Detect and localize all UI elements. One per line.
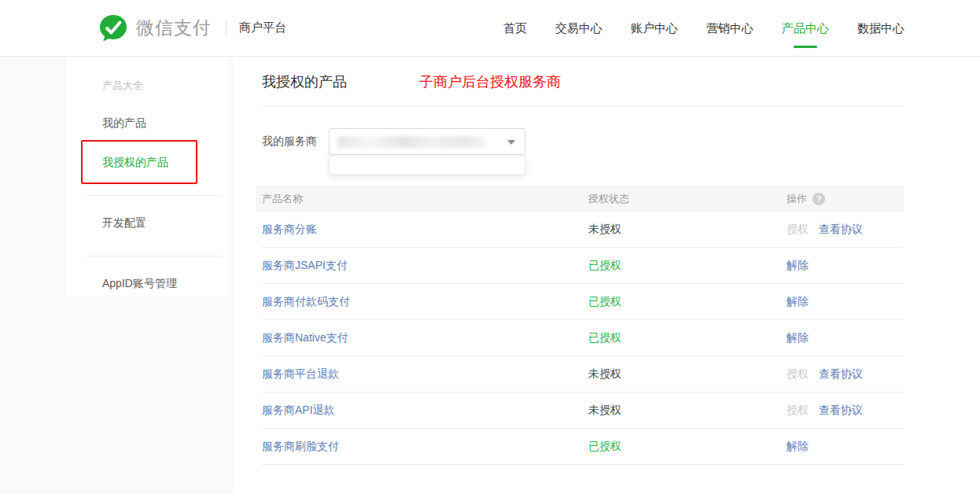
- action-cell: 解除: [787, 259, 904, 273]
- table-header: 产品名称 授权状态 操作 ?: [256, 186, 904, 212]
- action-cell: 授权查看协议: [787, 223, 904, 237]
- sidebar-section-label: 产品大全: [102, 79, 228, 93]
- column-header-product: 产品名称: [262, 192, 588, 206]
- revoke-link[interactable]: 解除: [787, 440, 809, 454]
- product-link[interactable]: 服务商API退款: [262, 404, 588, 418]
- portal-label: 商户平台: [239, 20, 286, 35]
- wechat-pay-logo-icon: [98, 13, 128, 43]
- status-text: 已授权: [588, 259, 787, 273]
- product-link[interactable]: 服务商Native支付: [262, 331, 588, 345]
- table-row: 服务商平台退款未授权授权查看协议: [262, 356, 904, 393]
- action-cell: 解除: [787, 331, 904, 345]
- status-text: 已授权: [588, 331, 787, 345]
- provider-dropdown: [329, 156, 525, 175]
- authorize-action-disabled: 授权: [787, 367, 809, 382]
- action-cell: 授权查看协议: [787, 404, 904, 418]
- product-link[interactable]: 服务商刷脸支付: [262, 440, 588, 454]
- nav-item-5[interactable]: 数据中心: [857, 0, 904, 57]
- help-icon[interactable]: ?: [812, 193, 825, 205]
- red-annotation-text: 子商户后台授权服务商: [419, 72, 561, 91]
- main-content: 我授权的产品 子商户后台授权服务商 我的服务商: [234, 57, 980, 494]
- revoke-link[interactable]: 解除: [787, 259, 809, 273]
- title-divider: [262, 106, 904, 107]
- table-row: 服务商付款码支付已授权解除: [262, 284, 904, 320]
- authorize-action-disabled: 授权: [787, 404, 809, 418]
- chevron-down-icon: [507, 140, 515, 145]
- action-cell: 解除: [787, 440, 904, 454]
- provider-select[interactable]: [329, 128, 525, 155]
- top-header: 微信支付 商户平台 首页交易中心账户中心营销中心产品中心数据中心: [0, 0, 980, 57]
- table-row: 服务商JSAPI支付已授权解除: [262, 248, 904, 284]
- nav-item-0[interactable]: 首页: [503, 0, 527, 57]
- brand-divider: [226, 20, 227, 37]
- product-link[interactable]: 服务商平台退款: [262, 367, 588, 382]
- page-title: 我授权的产品: [262, 72, 347, 91]
- product-link[interactable]: 服务商分账: [262, 223, 588, 237]
- table-row: 服务商分账未授权授权查看协议: [262, 212, 904, 248]
- sidebar: 产品大全 我的产品我授权的产品开发配置AppID账号管理: [67, 57, 228, 297]
- table-row: 服务商API退款未授权授权查看协议: [262, 393, 904, 429]
- revoke-link[interactable]: 解除: [787, 295, 809, 309]
- nav-item-4[interactable]: 产品中心: [782, 0, 829, 57]
- column-header-action: 操作: [787, 192, 807, 206]
- sidebar-item-2[interactable]: 开发配置: [102, 216, 146, 230]
- top-nav: 首页交易中心账户中心营销中心产品中心数据中心: [503, 0, 904, 57]
- view-agreement-link[interactable]: 查看协议: [819, 223, 863, 237]
- view-agreement-link[interactable]: 查看协议: [819, 367, 863, 382]
- column-header-status: 授权状态: [588, 192, 787, 206]
- provider-form-row: 我的服务商: [262, 128, 904, 155]
- authorize-action-disabled: 授权: [787, 223, 809, 237]
- nav-item-1[interactable]: 交易中心: [555, 0, 602, 57]
- brand: 微信支付 商户平台: [98, 13, 286, 43]
- nav-item-3[interactable]: 营销中心: [706, 0, 753, 57]
- provider-label: 我的服务商: [262, 135, 329, 149]
- products-table: 产品名称 授权状态 操作 ? 服务商分账未授权授权查看协议服务商JSAPI支付已…: [262, 186, 904, 465]
- action-cell: 授权查看协议: [787, 367, 904, 382]
- status-text: 未授权: [588, 223, 787, 237]
- action-cell: 解除: [787, 295, 904, 309]
- page-body: 产品大全 我的产品我授权的产品开发配置AppID账号管理 我授权的产品 子商户后…: [0, 57, 980, 494]
- redacted-provider-value: [337, 136, 487, 148]
- sidebar-rail: 产品大全 我的产品我授权的产品开发配置AppID账号管理: [0, 57, 234, 494]
- table-row: 服务商刷脸支付已授权解除: [262, 429, 904, 465]
- status-text: 未授权: [588, 404, 787, 418]
- nav-item-2[interactable]: 账户中心: [631, 0, 678, 57]
- sidebar-item-0[interactable]: 我的产品: [102, 116, 146, 131]
- sidebar-item-1[interactable]: 我授权的产品: [102, 156, 168, 170]
- status-text: 已授权: [588, 440, 787, 454]
- status-text: 已授权: [588, 295, 787, 309]
- view-agreement-link[interactable]: 查看协议: [819, 404, 863, 418]
- product-link[interactable]: 服务商付款码支付: [262, 295, 588, 309]
- product-link[interactable]: 服务商JSAPI支付: [262, 259, 588, 273]
- sidebar-divider: [87, 195, 222, 196]
- page: 微信支付 商户平台 首页交易中心账户中心营销中心产品中心数据中心 产品大全 我的…: [0, 0, 980, 494]
- red-annotation-rect: [81, 140, 197, 184]
- sidebar-item-3[interactable]: AppID账号管理: [102, 277, 177, 291]
- table-row: 服务商Native支付已授权解除: [262, 320, 904, 356]
- status-text: 未授权: [588, 367, 787, 382]
- brand-title: 微信支付: [136, 16, 212, 40]
- revoke-link[interactable]: 解除: [787, 331, 809, 345]
- sidebar-divider: [87, 256, 222, 256]
